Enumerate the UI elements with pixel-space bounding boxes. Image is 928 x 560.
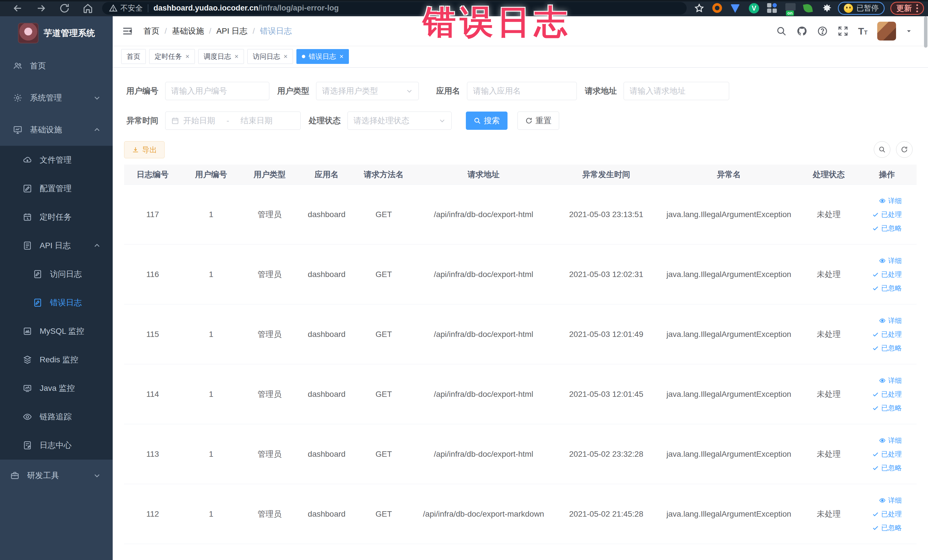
detail-link[interactable]: 详细 bbox=[879, 376, 902, 385]
user-type-label: 用户类型 bbox=[275, 85, 309, 96]
sidebar-item-config-manage[interactable]: 配置管理 bbox=[0, 174, 113, 203]
extension-on-switch-icon[interactable]: on bbox=[785, 3, 796, 14]
sidebar-item-log-center[interactable]: 日志中心 bbox=[0, 431, 113, 459]
extension-shield-icon[interactable] bbox=[731, 3, 741, 14]
not-secure-label[interactable]: 不安全 bbox=[121, 3, 143, 13]
browser-reload-icon[interactable] bbox=[59, 3, 70, 14]
mark-processed-link[interactable]: 已处理 bbox=[872, 450, 902, 459]
close-icon[interactable]: × bbox=[185, 52, 189, 61]
extension-sprout-icon[interactable] bbox=[804, 3, 814, 14]
browser-back-icon[interactable] bbox=[12, 3, 23, 14]
search-icon[interactable] bbox=[776, 26, 787, 37]
cell-log-id: 116 bbox=[124, 270, 181, 279]
sidebar-logo[interactable]: 芋道管理系统 bbox=[0, 16, 113, 50]
mark-processed-link[interactable]: 已处理 bbox=[872, 510, 902, 519]
breadcrumb-infra[interactable]: 基础设施 bbox=[172, 26, 204, 37]
tab-error-log[interactable]: 错误日志× bbox=[296, 49, 349, 64]
extension-orange-icon[interactable] bbox=[712, 3, 723, 14]
user-type-select[interactable]: 请选择用户类型 bbox=[316, 82, 419, 100]
mark-processed-link[interactable]: 已处理 bbox=[872, 210, 902, 219]
mark-ignored-link[interactable]: 已忽略 bbox=[872, 343, 902, 352]
browser-update-badge[interactable]: 更新 bbox=[890, 2, 924, 15]
browser-menu-icon[interactable] bbox=[916, 4, 918, 12]
avatar[interactable] bbox=[877, 22, 896, 41]
tab-home[interactable]: 首页 bbox=[121, 49, 146, 64]
mark-ignored-link[interactable]: 已忽略 bbox=[872, 403, 902, 412]
exception-time-label: 异常时间 bbox=[124, 115, 158, 126]
sidebar-item-error-log[interactable]: 错误日志 bbox=[0, 288, 113, 317]
help-icon[interactable] bbox=[817, 26, 828, 37]
browser-forward-icon[interactable] bbox=[35, 3, 47, 14]
sidebar-item-label: Java 监控 bbox=[40, 383, 75, 394]
browser-home-icon[interactable] bbox=[82, 3, 93, 14]
detail-link[interactable]: 详细 bbox=[879, 496, 902, 505]
sidebar-item-file-manage[interactable]: 文件管理 bbox=[0, 146, 113, 174]
bookmark-star-icon[interactable] bbox=[694, 3, 704, 14]
monitor-icon bbox=[13, 125, 23, 135]
user-id-input[interactable] bbox=[165, 82, 269, 100]
cell-log-id: 117 bbox=[124, 210, 181, 219]
search-button[interactable]: 搜索 bbox=[466, 111, 508, 130]
sidebar-item-redis-monitor[interactable]: Redis 监控 bbox=[0, 345, 113, 374]
sidebar-item-api-log[interactable]: API 日志 bbox=[0, 231, 113, 260]
tab-schedule-log[interactable]: 调度日志× bbox=[198, 49, 244, 64]
update-label: 更新 bbox=[896, 3, 912, 14]
sidebar-item-home[interactable]: 首页 bbox=[0, 50, 113, 82]
page-scrollbar[interactable] bbox=[924, 16, 927, 48]
sidebar: 芋道管理系统 首页 系统管理 基础设施 文件管理 bbox=[0, 16, 113, 560]
toggle-search-button[interactable] bbox=[874, 141, 890, 158]
github-icon[interactable] bbox=[797, 26, 807, 37]
sidebar-item-access-log[interactable]: 访问日志 bbox=[0, 260, 113, 288]
mark-ignored-link[interactable]: 已忽略 bbox=[872, 284, 902, 293]
tab-access-log[interactable]: 访问日志× bbox=[247, 49, 293, 64]
sidebar-item-infra[interactable]: 基础设施 bbox=[0, 114, 113, 146]
reset-button[interactable]: 重置 bbox=[517, 111, 559, 130]
exception-time-range-picker[interactable]: 开始日期 - 结束日期 bbox=[165, 111, 301, 130]
breadcrumb-current: 错误日志 bbox=[260, 26, 292, 37]
fullscreen-icon[interactable] bbox=[838, 26, 849, 37]
sidebar-item-tracing[interactable]: 链路追踪 bbox=[0, 403, 113, 431]
detail-link[interactable]: 详细 bbox=[879, 316, 902, 325]
font-size-icon[interactable]: TT bbox=[858, 26, 867, 36]
sidebar-item-system[interactable]: 系统管理 bbox=[0, 82, 113, 114]
mark-processed-link[interactable]: 已处理 bbox=[872, 330, 902, 339]
mark-ignored-link[interactable]: 已忽略 bbox=[872, 463, 902, 472]
detail-link[interactable]: 详细 bbox=[879, 256, 902, 265]
col-app-name: 应用名 bbox=[298, 169, 355, 180]
request-url-input[interactable] bbox=[624, 82, 729, 100]
extension-grid-icon[interactable] bbox=[767, 3, 777, 14]
extension-puzzle-icon[interactable] bbox=[822, 3, 832, 14]
mark-processed-link[interactable]: 已处理 bbox=[872, 270, 902, 279]
refresh-button[interactable] bbox=[896, 141, 913, 158]
close-icon[interactable]: × bbox=[284, 52, 288, 61]
mark-ignored-link[interactable]: 已忽略 bbox=[872, 523, 902, 533]
breadcrumb-api-log[interactable]: API 日志 bbox=[217, 26, 247, 37]
cell-method: GET bbox=[355, 390, 412, 399]
export-button[interactable]: 导出 bbox=[124, 141, 165, 158]
sidebar-toggle-icon[interactable] bbox=[122, 25, 133, 37]
col-exception: 异常名 bbox=[658, 169, 800, 180]
tab-scheduled-jobs[interactable]: 定时任务× bbox=[149, 49, 195, 64]
cell-status: 未处理 bbox=[800, 509, 857, 519]
detail-link[interactable]: 详细 bbox=[879, 436, 902, 445]
sidebar-item-mysql-monitor[interactable]: MySQL 监控 bbox=[0, 317, 113, 345]
cell-app-name: dashboard bbox=[298, 510, 355, 519]
mark-ignored-link[interactable]: 已忽略 bbox=[872, 224, 902, 233]
cloud-icon bbox=[23, 155, 32, 165]
sidebar-item-java-monitor[interactable]: Java 监控 bbox=[0, 374, 113, 403]
sidebar-item-dev-tools[interactable]: 研发工具 bbox=[0, 459, 113, 491]
close-icon[interactable]: × bbox=[339, 52, 343, 61]
chevron-down-icon[interactable] bbox=[906, 28, 912, 34]
process-status-select[interactable]: 请选择处理状态 bbox=[348, 111, 452, 130]
extension-green-v-icon[interactable]: V bbox=[749, 3, 759, 14]
detail-link[interactable]: 详细 bbox=[879, 196, 902, 205]
mark-processed-link[interactable]: 已处理 bbox=[872, 390, 902, 399]
cell-time: 2021-05-02 21:45:28 bbox=[555, 510, 658, 519]
close-icon[interactable]: × bbox=[235, 52, 238, 61]
app-name-input[interactable] bbox=[467, 82, 577, 100]
paused-extension-badge[interactable]: 已暂停 bbox=[838, 2, 885, 15]
cell-exception: java.lang.IllegalArgumentException bbox=[658, 390, 800, 399]
url-bar[interactable]: 不安全 dashboard.yudao.iocoder.cn/infra/log… bbox=[102, 2, 687, 15]
sidebar-item-scheduled-jobs[interactable]: 定时任务 bbox=[0, 203, 113, 231]
breadcrumb-home[interactable]: 首页 bbox=[143, 26, 159, 37]
